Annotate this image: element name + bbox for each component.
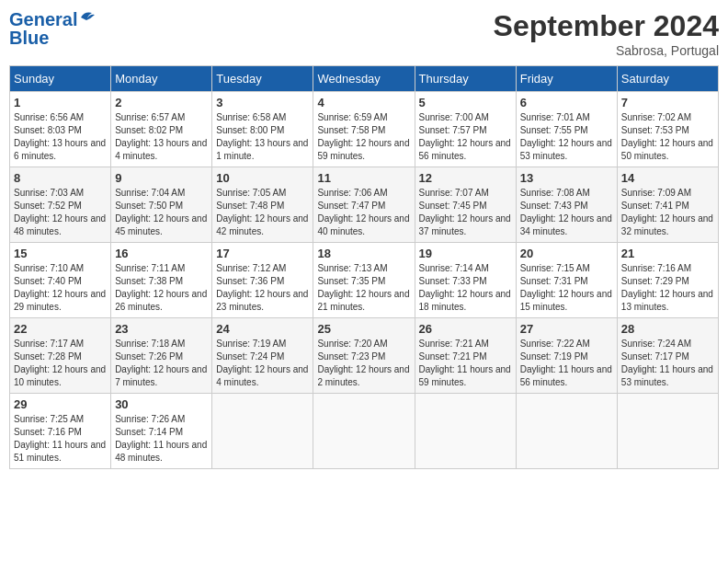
calendar-week-5: 29Sunrise: 7:25 AMSunset: 7:16 PMDayligh… (10, 394, 719, 469)
table-row: 30Sunrise: 7:26 AMSunset: 7:14 PMDayligh… (111, 394, 212, 469)
logo-blue: Blue (9, 28, 49, 48)
calendar-week-1: 1Sunrise: 6:56 AMSunset: 8:03 PMDaylight… (10, 92, 719, 167)
table-row: 3Sunrise: 6:58 AMSunset: 8:00 PMDaylight… (212, 92, 313, 167)
col-tuesday: Tuesday (212, 66, 313, 92)
table-row: 4Sunrise: 6:59 AMSunset: 7:58 PMDaylight… (313, 92, 415, 167)
calendar-week-3: 15Sunrise: 7:10 AMSunset: 7:40 PMDayligh… (10, 243, 719, 318)
table-row: 10Sunrise: 7:05 AMSunset: 7:48 PMDayligh… (212, 167, 313, 243)
table-row: 6Sunrise: 7:01 AMSunset: 7:55 PMDaylight… (516, 92, 617, 167)
table-row: 11Sunrise: 7:06 AMSunset: 7:47 PMDayligh… (313, 167, 415, 243)
page-header: GeneralBlue September 2024 Sabrosa, Port… (9, 9, 719, 58)
table-row: 5Sunrise: 7:00 AMSunset: 7:57 PMDaylight… (415, 92, 516, 167)
table-row: 14Sunrise: 7:09 AMSunset: 7:41 PMDayligh… (617, 167, 718, 243)
table-row (617, 394, 718, 469)
table-row: 15Sunrise: 7:10 AMSunset: 7:40 PMDayligh… (10, 243, 111, 318)
col-saturday: Saturday (617, 66, 718, 92)
title-block: September 2024 Sabrosa, Portugal (494, 9, 719, 58)
calendar-week-2: 8Sunrise: 7:03 AMSunset: 7:52 PMDaylight… (10, 167, 719, 243)
location: Sabrosa, Portugal (494, 43, 719, 58)
col-monday: Monday (111, 66, 212, 92)
table-row: 8Sunrise: 7:03 AMSunset: 7:52 PMDaylight… (10, 167, 111, 243)
logo-bird-icon (79, 9, 96, 26)
table-row (516, 394, 617, 469)
calendar-header-row: Sunday Monday Tuesday Wednesday Thursday… (10, 66, 719, 92)
logo-text: GeneralBlue (9, 9, 96, 47)
table-row: 24Sunrise: 7:19 AMSunset: 7:24 PMDayligh… (212, 318, 313, 394)
table-row (415, 394, 516, 469)
table-row: 27Sunrise: 7:22 AMSunset: 7:19 PMDayligh… (516, 318, 617, 394)
table-row: 12Sunrise: 7:07 AMSunset: 7:45 PMDayligh… (415, 167, 516, 243)
table-row (313, 394, 415, 469)
logo: GeneralBlue (9, 9, 96, 47)
table-row: 7Sunrise: 7:02 AMSunset: 7:53 PMDaylight… (617, 92, 718, 167)
table-row (212, 394, 313, 469)
table-row: 17Sunrise: 7:12 AMSunset: 7:36 PMDayligh… (212, 243, 313, 318)
table-row: 23Sunrise: 7:18 AMSunset: 7:26 PMDayligh… (111, 318, 212, 394)
col-wednesday: Wednesday (313, 66, 415, 92)
table-row: 2Sunrise: 6:57 AMSunset: 8:02 PMDaylight… (111, 92, 212, 167)
col-friday: Friday (516, 66, 617, 92)
table-row: 28Sunrise: 7:24 AMSunset: 7:17 PMDayligh… (617, 318, 718, 394)
table-row: 16Sunrise: 7:11 AMSunset: 7:38 PMDayligh… (111, 243, 212, 318)
table-row: 20Sunrise: 7:15 AMSunset: 7:31 PMDayligh… (516, 243, 617, 318)
table-row: 1Sunrise: 6:56 AMSunset: 8:03 PMDaylight… (10, 92, 111, 167)
table-row: 22Sunrise: 7:17 AMSunset: 7:28 PMDayligh… (10, 318, 111, 394)
table-row: 29Sunrise: 7:25 AMSunset: 7:16 PMDayligh… (10, 394, 111, 469)
table-row: 13Sunrise: 7:08 AMSunset: 7:43 PMDayligh… (516, 167, 617, 243)
calendar-week-4: 22Sunrise: 7:17 AMSunset: 7:28 PMDayligh… (10, 318, 719, 394)
table-row: 21Sunrise: 7:16 AMSunset: 7:29 PMDayligh… (617, 243, 718, 318)
month-title: September 2024 (494, 9, 719, 43)
table-row: 18Sunrise: 7:13 AMSunset: 7:35 PMDayligh… (313, 243, 415, 318)
table-row: 19Sunrise: 7:14 AMSunset: 7:33 PMDayligh… (415, 243, 516, 318)
table-row: 25Sunrise: 7:20 AMSunset: 7:23 PMDayligh… (313, 318, 415, 394)
logo-general: General (9, 9, 77, 29)
col-sunday: Sunday (10, 66, 111, 92)
table-row: 26Sunrise: 7:21 AMSunset: 7:21 PMDayligh… (415, 318, 516, 394)
calendar-table: Sunday Monday Tuesday Wednesday Thursday… (9, 65, 719, 469)
col-thursday: Thursday (415, 66, 516, 92)
table-row: 9Sunrise: 7:04 AMSunset: 7:50 PMDaylight… (111, 167, 212, 243)
